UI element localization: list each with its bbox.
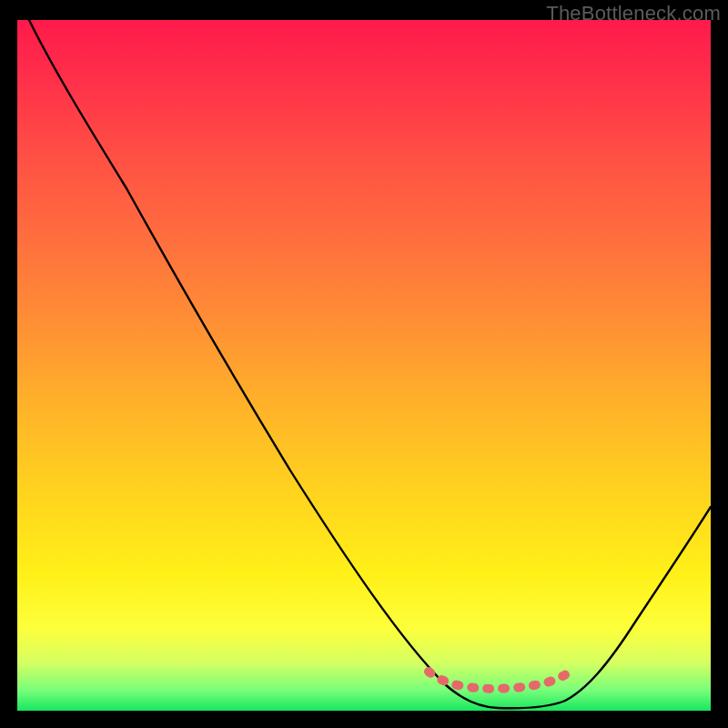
bottleneck-curve [29,20,711,708]
chart-overlay [17,20,711,711]
sweet-spot-band [429,668,575,689]
watermark-text: TheBottleneck.com [546,2,721,25]
plot-area [17,20,711,711]
chart-frame: TheBottleneck.com [0,0,728,728]
